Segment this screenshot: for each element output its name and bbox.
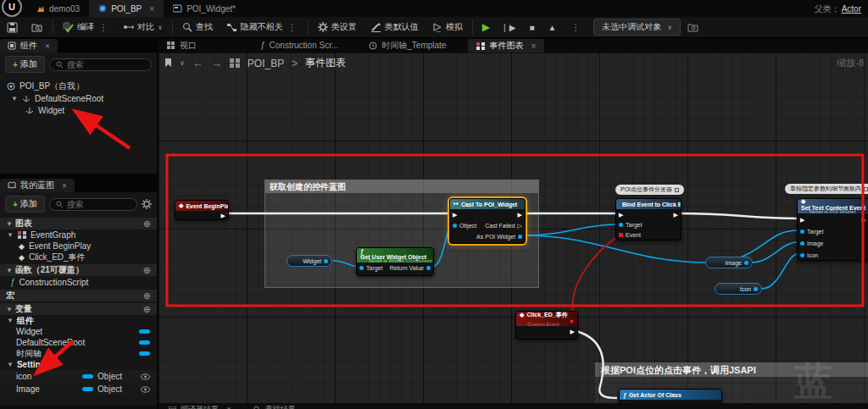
debug-object-dropdown[interactable]: 未选中调试对象 ∨ xyxy=(593,19,681,36)
node-click-ed-event[interactable]: ◆ Click_ED_事件 Custom Event ▶ xyxy=(515,311,578,340)
save-button[interactable] xyxy=(0,17,25,37)
add-variable-icon[interactable]: ⊕ xyxy=(143,304,151,315)
play-options-icon[interactable]: ⋮ xyxy=(563,17,588,37)
node-bind-event-to-click-ed[interactable]: Bind Event to Click ED ▶ ▶ Target Event xyxy=(615,198,682,240)
my-blueprint-search[interactable] xyxy=(49,198,137,211)
bind-node-comment-bubble[interactable]: POI点位事件分发器 xyxy=(615,185,684,195)
add-blueprint-item-button[interactable]: + 添加 xyxy=(5,196,45,213)
node-icon-getter[interactable]: Icon xyxy=(715,283,762,295)
var-row-icon[interactable]: icon Object xyxy=(0,370,157,383)
row-construction-script[interactable]: ƒ ConstructionScript xyxy=(0,276,157,288)
close-icon[interactable]: × xyxy=(226,405,231,409)
component-row-sceneroot[interactable]: ▼ DefaultSceneRoot xyxy=(0,92,157,104)
tab-viewport[interactable]: 视口 xyxy=(159,38,205,53)
tab-components[interactable]: 组件 × xyxy=(0,39,58,53)
components-search-input[interactable] xyxy=(67,60,145,69)
event-graph-canvas[interactable]: ∨ ← → POI_BP > 事件图表 缩放-8 蓝图 获取创建的控件蓝图 根据… xyxy=(159,53,868,409)
exec-in-pin[interactable]: ▶ xyxy=(619,212,623,218)
debug-browse-button[interactable] xyxy=(681,17,705,37)
components-search[interactable] xyxy=(49,58,152,71)
row-eventgraph[interactable]: ▼ EventGraph xyxy=(0,229,157,240)
close-icon[interactable]: × xyxy=(531,41,536,51)
exec-in-pin[interactable]: ▶ xyxy=(453,212,457,218)
event-delegate-pin[interactable] xyxy=(619,233,623,237)
diff-button[interactable]: 对比 ∨ xyxy=(116,17,170,37)
node-cast-to-poi-widget[interactable]: ↦ Cast To POI_Widget ▶ ▶ Object Cast Fai… xyxy=(449,198,526,244)
stop-button[interactable]: ■ xyxy=(522,17,541,37)
compile-options-icon[interactable]: ⋮ xyxy=(97,23,109,32)
node-event-beginplay[interactable]: ◆ Event BeginPlay ▶ xyxy=(175,200,229,220)
cast-failed-pin[interactable]: ▷ xyxy=(518,223,522,229)
tab-timeline-template[interactable]: 时间轴_Template xyxy=(360,38,454,53)
var-row-widget[interactable]: Widget xyxy=(0,326,157,337)
class-defaults-button[interactable]: 类默认值 xyxy=(364,17,426,37)
add-graph-icon[interactable]: ⊕ xyxy=(143,218,151,229)
row-event-beginplay[interactable]: ◆ Event BeginPlay xyxy=(0,240,157,251)
hide-unrelated-button[interactable]: 隐藏不相关 ⋮ xyxy=(220,17,305,37)
tab-event-graph[interactable]: 事件图表 × xyxy=(468,39,544,53)
eye-icon[interactable] xyxy=(141,373,150,380)
close-icon[interactable]: × xyxy=(62,181,67,191)
object-pin[interactable] xyxy=(453,224,457,228)
tab-my-blueprint[interactable]: 我的蓝图 × xyxy=(0,179,75,192)
close-icon[interactable]: × xyxy=(45,41,50,51)
target-pin[interactable] xyxy=(619,223,623,227)
parent-class-link[interactable]: Actor xyxy=(842,4,861,14)
tab-find-results[interactable]: 查找结果 xyxy=(253,404,296,409)
eye-icon[interactable] xyxy=(141,386,150,393)
breadcrumb-root[interactable]: POI_BP xyxy=(248,58,284,69)
target-pin[interactable] xyxy=(800,229,804,234)
add-macro-icon[interactable]: ⊕ xyxy=(143,290,151,301)
group-setting[interactable]: ▼ Setting xyxy=(0,359,157,370)
section-graphs[interactable]: ▼ 图表 ⊕ xyxy=(0,218,157,229)
var-row-image[interactable]: Image Object xyxy=(0,383,157,395)
add-function-icon[interactable]: ⊕ xyxy=(143,265,151,276)
output-pin[interactable] xyxy=(744,261,748,265)
exec-in-pin[interactable]: ▶ xyxy=(800,217,804,223)
row-click-ed-event[interactable]: ◆ Click_ED_事件 xyxy=(0,251,157,263)
section-variables[interactable]: ▼ 变量 ⊕ xyxy=(0,303,157,315)
tab-construction-script[interactable]: ƒ Construction Scr... xyxy=(252,38,347,53)
section-macros[interactable]: 宏 ⊕ xyxy=(0,290,157,301)
compile-button[interactable]: 编译 ⋮ xyxy=(56,17,116,37)
return-value-pin[interactable] xyxy=(426,266,431,270)
forward-arrow-icon[interactable]: → xyxy=(211,57,222,69)
exec-out-pin[interactable]: ▶ xyxy=(674,212,678,218)
my-blueprint-search-input[interactable] xyxy=(67,200,131,209)
component-row-root[interactable]: POI_BP（自我） xyxy=(0,80,157,92)
tab-compiler-results[interactable]: 编译器结果 × xyxy=(169,404,231,409)
node-set-text-content-event[interactable]: ◆ Set Text Content Event Target is POI W… xyxy=(797,198,868,261)
bubble-pin-icon[interactable] xyxy=(675,188,679,192)
output-pin[interactable] xyxy=(754,287,758,291)
settext-node-comment-bubble[interactable]: 单独指定参数到细节面板内 xyxy=(785,184,868,194)
exec-out-pin[interactable]: ▶ xyxy=(518,212,522,218)
exec-out-pin[interactable]: ▶ xyxy=(221,213,225,218)
find-button[interactable]: 查找 xyxy=(175,17,220,37)
var-row-sceneroot[interactable]: DefaultSceneRoot xyxy=(0,337,157,348)
back-arrow-icon[interactable]: ← xyxy=(192,57,203,69)
tree-open-icon[interactable]: ▼ xyxy=(11,95,18,102)
exec-out-pin[interactable]: ▶ xyxy=(570,329,575,334)
as-poi-widget-pin[interactable] xyxy=(518,235,522,239)
asset-tab-poi-bp[interactable]: POI_BP × xyxy=(89,0,164,17)
node-image-getter[interactable]: Image xyxy=(705,257,753,268)
asset-tab-demo03[interactable]: demo03 xyxy=(27,0,89,17)
hide-options-icon[interactable]: ⋮ xyxy=(287,23,298,32)
simulate-button[interactable]: 模拟 xyxy=(426,17,470,37)
var-row-timeline[interactable]: 时间轴 xyxy=(0,348,157,359)
chevron-down-icon[interactable]: ∨ xyxy=(180,59,185,67)
group-components-vars[interactable]: ▼ 组件 xyxy=(0,315,157,326)
exec-out-pin[interactable]: ▷ xyxy=(862,217,866,223)
browse-asset-button[interactable] xyxy=(25,17,50,37)
asset-tab-poi-widget[interactable]: POI_Widget* xyxy=(164,0,245,17)
output-pin[interactable] xyxy=(324,259,328,263)
eject-button[interactable]: ▲ xyxy=(541,17,563,37)
close-icon[interactable]: × xyxy=(149,4,154,14)
class-settings-button[interactable]: 类设置 xyxy=(311,17,364,37)
add-component-button[interactable]: + 添加 xyxy=(5,56,45,73)
bookmark-icon[interactable] xyxy=(164,58,172,68)
bubble-pin-icon[interactable] xyxy=(864,187,868,191)
section-functions[interactable]: ▼ 函数（21可覆盖） ⊕ xyxy=(0,264,157,276)
target-pin[interactable] xyxy=(359,266,364,270)
play-button[interactable]: ▶ xyxy=(476,17,497,37)
